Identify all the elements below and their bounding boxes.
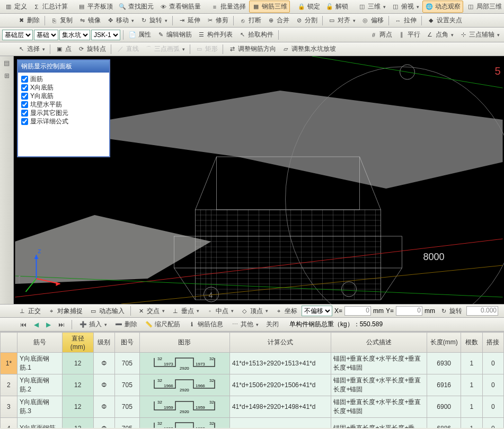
offset-btn[interactable]: ◎偏移 xyxy=(359,15,386,26)
col-header[interactable]: 直径(mm) xyxy=(63,333,94,353)
sumcalc-btn[interactable]: Σ汇总计算 xyxy=(30,1,70,12)
col-header[interactable]: 筋号 xyxy=(17,333,62,353)
point-btn[interactable]: ▣点 xyxy=(53,43,74,55)
osnap-toggle[interactable]: ⌖对象捕捉 xyxy=(45,306,85,317)
insert-btn[interactable]: ➕插入 xyxy=(77,319,109,330)
move-btn[interactable]: ✥移动 xyxy=(104,15,136,26)
type-select[interactable]: 集水坑 xyxy=(59,30,90,40)
two-point-btn[interactable]: #两点 xyxy=(367,29,394,40)
break-btn[interactable]: ⎋打断 xyxy=(236,15,263,26)
stretch-btn[interactable]: ↔拉伸 xyxy=(392,15,419,26)
col-header[interactable]: 计算公式 xyxy=(229,333,331,353)
check-rebar-btn[interactable]: 👁查看钢筋量 xyxy=(157,1,203,12)
unlock-btn[interactable]: 🔓解锁 xyxy=(323,1,350,12)
3d-viewport[interactable]: 5 4 8000 z [ 钢筋显示控制面板 面筋X向底筋Y向底筋坑壁水平筋显 xyxy=(14,56,504,304)
coord-icon: ⌖ xyxy=(275,307,283,315)
nav-first[interactable]: ⏮ xyxy=(18,320,29,329)
other-btn[interactable]: ⋯其他 xyxy=(228,319,261,330)
dir-icon: ⇄ xyxy=(228,45,236,53)
define-btn[interactable]: ▥定义 xyxy=(2,1,29,12)
define-icon: ▥ xyxy=(4,3,13,11)
split-btn[interactable]: ⊘分割 xyxy=(293,15,320,26)
table-row[interactable]: 1*Y向底面钢筋.112Φ705 32 1973 2920 1973 32 41… xyxy=(1,353,504,374)
nav-next[interactable]: ▶ xyxy=(44,320,53,329)
col-header[interactable]: 搭接 xyxy=(482,333,504,353)
batch-select-btn[interactable]: ≡批量选择 xyxy=(208,1,248,12)
find-element-btn[interactable]: 🔍查找图元 xyxy=(116,1,156,12)
flatten-top-btn[interactable]: ▤平齐板顶 xyxy=(75,1,115,12)
col-header[interactable]: 图形 xyxy=(139,333,229,353)
line-icon: ／ xyxy=(116,45,125,53)
perp-snap[interactable]: ⊥垂点 xyxy=(169,306,201,317)
nav-last[interactable]: ⏭ xyxy=(56,320,67,329)
col-header[interactable]: 公式描述 xyxy=(331,333,427,353)
three-point-arc-btn[interactable]: ⌒三点画弧 xyxy=(142,43,187,55)
pick-component-btn[interactable]: ↖拾取构件 xyxy=(236,29,276,40)
local-3d-btn[interactable]: ◫局部三维 xyxy=(464,1,504,12)
intersect-snap[interactable]: ✕交点 xyxy=(135,306,167,317)
edit-rebar-btn[interactable]: ✎编辑钢筋 xyxy=(154,29,194,40)
perp-icon: ⊥ xyxy=(171,307,180,315)
mid-snap[interactable]: ◦中点 xyxy=(204,306,236,317)
category-select[interactable]: 基础 xyxy=(34,30,58,40)
rebar-3d-btn[interactable]: ▦钢筋三维 xyxy=(249,1,290,13)
col-header[interactable]: 级别 xyxy=(93,333,114,353)
rect-btn[interactable]: ▭矩形 xyxy=(193,43,220,55)
svg-text:1959: 1959 xyxy=(164,405,173,410)
vertex-snap[interactable]: ◇顶点 xyxy=(238,306,270,317)
point-angle-btn[interactable]: ∠点角 xyxy=(423,29,456,40)
ortho-toggle[interactable]: ⊥正交 xyxy=(16,306,43,317)
extend-btn[interactable]: ⇥延伸 xyxy=(175,15,202,26)
adjust-rebar-dir-btn[interactable]: ⇄调整钢筋方向 xyxy=(226,43,278,55)
delete-btn[interactable]: ✖删除 xyxy=(15,15,42,26)
table-row[interactable]: 4Y向底面钢筋12Φ705 32 1952 2920 1952 32 锚固+垂直… xyxy=(1,418,504,428)
select-btn[interactable]: ↖选择 xyxy=(15,43,47,55)
col-header[interactable]: 长度(mm) xyxy=(427,333,461,353)
mirror-btn[interactable]: ⇋镜像 xyxy=(76,15,103,26)
trim-btn[interactable]: ✂修剪 xyxy=(204,15,231,26)
adjust-sump-slope-btn[interactable]: ▱调整集水坑放坡 xyxy=(279,43,338,55)
coord-snap[interactable]: ⌖坐标 xyxy=(272,306,299,317)
strip-tool-2[interactable]: ⊞ xyxy=(1,70,13,82)
props-btn[interactable]: 📄属性 xyxy=(126,29,153,40)
rebar-info-btn[interactable]: ℹ钢筋信息 xyxy=(185,319,225,330)
x-input[interactable]: 0 xyxy=(344,306,371,316)
panel-checkbox-2[interactable]: Y向底筋 xyxy=(21,92,106,100)
lock-btn[interactable]: 🔒锁定 xyxy=(295,1,322,12)
nav-prev[interactable]: ◀ xyxy=(32,320,41,329)
line-btn[interactable]: ／直线 xyxy=(114,43,141,55)
rot-input[interactable]: 0.000 xyxy=(466,306,498,316)
delete-row-btn[interactable]: ➖删除 xyxy=(112,319,139,330)
offset-mode-select[interactable]: 不偏移 xyxy=(302,306,332,316)
view3d-btn[interactable]: ◫三维 xyxy=(356,1,388,12)
strip-tool-1[interactable]: ▤ xyxy=(1,57,13,69)
col-header[interactable]: 根数 xyxy=(461,333,482,353)
parallel-btn[interactable]: ∥平行 xyxy=(395,29,422,40)
dynamic-view-btn[interactable]: 🌐动态观察 xyxy=(422,1,463,13)
panel-checkbox-1[interactable]: X向底筋 xyxy=(21,83,106,92)
dyn-input-toggle[interactable]: ▭动态输入 xyxy=(87,306,127,317)
name-select[interactable]: JSK-1 xyxy=(91,30,120,40)
rot-point-btn[interactable]: ⟳旋转点 xyxy=(75,43,108,55)
panel-checkbox-3[interactable]: 坑壁水平筋 xyxy=(21,100,106,109)
scale-rebar-btn[interactable]: 📏缩尺配筋 xyxy=(143,319,182,330)
col-header[interactable] xyxy=(1,333,17,353)
copy-btn[interactable]: ⎘复制 xyxy=(48,15,75,26)
panel-checkbox-5[interactable]: 显示详细公式 xyxy=(21,117,106,126)
merge-btn[interactable]: ⊕合并 xyxy=(264,15,291,26)
panel-checkbox-0[interactable]: 面筋 xyxy=(21,75,106,83)
component-list-btn[interactable]: ☰构件列表 xyxy=(195,29,235,40)
top-view-btn[interactable]: ◫俯视 xyxy=(389,1,421,12)
col-header[interactable]: 图号 xyxy=(114,333,139,353)
table-row[interactable]: 2Y向底面钢筋.212Φ705 32 1966 2920 1966 32 41*… xyxy=(1,374,504,396)
layer-select[interactable]: 基础层 xyxy=(2,30,33,40)
rotate-btn[interactable]: ↻旋转 xyxy=(137,15,170,26)
panel-checkbox-4[interactable]: 显示其它图元 xyxy=(21,109,106,117)
svg-text:1952: 1952 xyxy=(164,426,173,428)
table-row[interactable]: 3Y向底面钢筋.312Φ705 32 1959 2920 1959 32 41*… xyxy=(1,396,504,418)
set-grip-btn[interactable]: ◆设置夹点 xyxy=(425,15,464,26)
close-btn[interactable]: 关闭 xyxy=(264,319,281,330)
align-btn[interactable]: ▭对齐 xyxy=(325,15,358,26)
y-input[interactable]: 0 xyxy=(396,306,422,316)
three-point-axis-btn[interactable]: ⊹三点辅轴 xyxy=(457,29,502,40)
